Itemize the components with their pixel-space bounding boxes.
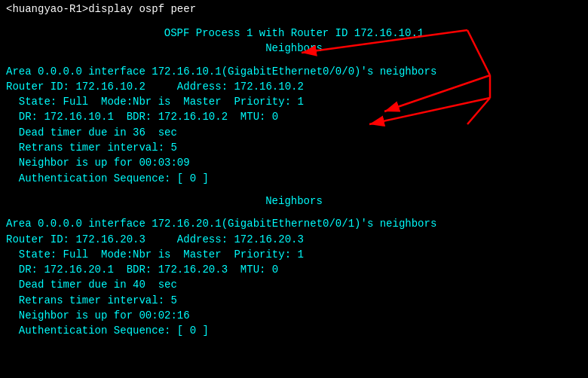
area1-line7: Neighbor is up for 00:03:09: [6, 155, 582, 170]
area2-line4: DR: 172.16.20.1 BDR: 172.16.20.3 MTU: 0: [6, 262, 582, 277]
area1-line8: Authentication Sequence: [ 0 ]: [6, 171, 582, 186]
blank-4: [6, 209, 582, 216]
area2-line5: Dead timer due in 40 sec: [6, 277, 582, 292]
area1-line4: DR: 172.16.10.1 BDR: 172.16.10.2 MTU: 0: [6, 109, 582, 124]
header-neighbors: Neighbors: [6, 41, 582, 56]
area2-line7: Neighbor is up for 00:02:16: [6, 308, 582, 323]
area1-line5: Dead timer due in 36 sec: [6, 125, 582, 140]
area2-line6: Retrans timer interval: 5: [6, 293, 582, 308]
area1-line1: Area 0.0.0.0 interface 172.16.10.1(Gigab…: [6, 64, 582, 79]
area1-line2: Router ID: 172.16.10.2 Address: 172.16.1…: [6, 79, 582, 94]
area1-line6: Retrans timer interval: 5: [6, 140, 582, 155]
header-ospf: OSPF Process 1 with Router ID 172.16.10.…: [6, 26, 582, 41]
area2-line3: State: Full Mode:Nbr is Master Priority:…: [6, 247, 582, 262]
blank-1: [6, 18, 582, 26]
area1-line3: State: Full Mode:Nbr is Master Priority:…: [6, 94, 582, 109]
blank-2: [6, 56, 582, 64]
area2-line8: Authentication Sequence: [ 0 ]: [6, 323, 582, 338]
area2-line2: Router ID: 172.16.20.3 Address: 172.16.2…: [6, 232, 582, 247]
prompt-line: <huangyao-R1>display ospf peer: [6, 3, 582, 15]
area2-line1: Area 0.0.0.0 interface 172.16.20.1(Gigab…: [6, 216, 582, 231]
blank-3: [6, 186, 582, 194]
neighbors-label2: Neighbors: [6, 194, 582, 209]
terminal: <huangyao-R1>display ospf peer OSPF Proc…: [0, 0, 588, 378]
